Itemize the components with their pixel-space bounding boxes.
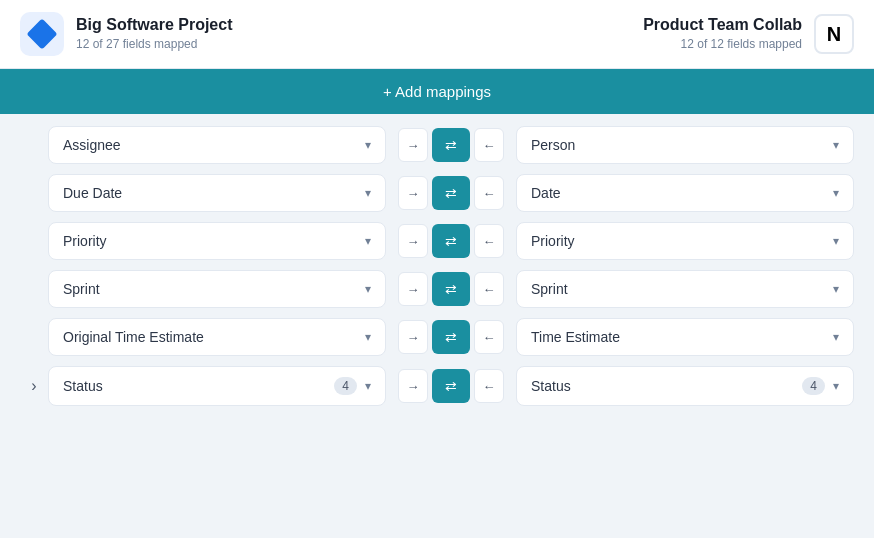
right-field-label: Status	[531, 378, 802, 394]
sync-both-button[interactable]: ⇄	[432, 128, 470, 162]
chevron-down-icon: ▾	[365, 234, 371, 248]
mapping-row: Due Date ▾ → ⇄ ← Date ▾	[20, 174, 854, 212]
mapping-row: Original Time Estimate ▾ → ⇄ ← Time Esti…	[20, 318, 854, 356]
left-field-select-time-estimate[interactable]: Original Time Estimate ▾	[48, 318, 386, 356]
left-field-select-assignee[interactable]: Assignee ▾	[48, 126, 386, 164]
arrow-right-button[interactable]: →	[398, 369, 428, 403]
left-field-label: Status	[63, 378, 334, 394]
sync-both-button[interactable]: ⇄	[432, 369, 470, 403]
sync-both-button[interactable]: ⇄	[432, 224, 470, 258]
left-fields-mapped: 12 of 27 fields mapped	[76, 37, 197, 51]
right-fields-mapped: 12 of 12 fields mapped	[681, 37, 802, 51]
mapping-row: Sprint ▾ → ⇄ ← Sprint ▾	[20, 270, 854, 308]
project-logo	[20, 12, 64, 56]
chevron-down-icon: ▾	[365, 330, 371, 344]
mapping-row: Assignee ▾ → ⇄ ← Person ▾	[20, 126, 854, 164]
right-field-label: Sprint	[531, 281, 833, 297]
arrow-right-button[interactable]: →	[398, 320, 428, 354]
arrow-left-button[interactable]: ←	[474, 128, 504, 162]
left-field-label: Sprint	[63, 281, 365, 297]
header: Big Software Project 12 of 27 fields map…	[0, 0, 874, 69]
left-field-select-priority[interactable]: Priority ▾	[48, 222, 386, 260]
chevron-down-icon: ▾	[833, 282, 839, 296]
arrow-left-button[interactable]: ←	[474, 176, 504, 210]
mappings-container: Assignee ▾ → ⇄ ← Person ▾ Due Date ▾ → ⇄…	[0, 114, 874, 428]
sync-controls: → ⇄ ←	[386, 320, 516, 354]
left-field-select-due-date[interactable]: Due Date ▾	[48, 174, 386, 212]
chevron-down-icon: ▾	[833, 186, 839, 200]
right-field-select-person[interactable]: Person ▾	[516, 126, 854, 164]
chevron-down-icon: ▾	[365, 282, 371, 296]
header-right: Product Team Collab 12 of 12 fields mapp…	[643, 14, 854, 54]
chevron-down-icon: ▾	[833, 234, 839, 248]
chevron-down-icon: ▾	[833, 138, 839, 152]
left-status-badge: 4	[334, 377, 357, 395]
right-field-label: Priority	[531, 233, 833, 249]
right-field-select-date[interactable]: Date ▾	[516, 174, 854, 212]
left-field-label: Assignee	[63, 137, 365, 153]
arrow-left-button[interactable]: ←	[474, 272, 504, 306]
arrow-right-button[interactable]: →	[398, 224, 428, 258]
arrow-left-button[interactable]: ←	[474, 320, 504, 354]
right-field-select-sprint[interactable]: Sprint ▾	[516, 270, 854, 308]
arrow-left-button[interactable]: ←	[474, 224, 504, 258]
sync-both-button[interactable]: ⇄	[432, 272, 470, 306]
sync-controls: → ⇄ ←	[386, 369, 516, 403]
add-mappings-button[interactable]: + Add mappings	[0, 69, 874, 114]
sync-both-button[interactable]: ⇄	[432, 320, 470, 354]
right-project-name: Product Team Collab	[643, 16, 802, 34]
chevron-down-icon: ▾	[365, 379, 371, 393]
chevron-down-icon: ▾	[833, 379, 839, 393]
right-status-badge: 4	[802, 377, 825, 395]
left-field-label: Priority	[63, 233, 365, 249]
sync-both-button[interactable]: ⇄	[432, 176, 470, 210]
left-field-label: Due Date	[63, 185, 365, 201]
right-field-label: Person	[531, 137, 833, 153]
sync-controls: → ⇄ ←	[386, 128, 516, 162]
chevron-down-icon: ▾	[365, 138, 371, 152]
left-field-label: Original Time Estimate	[63, 329, 365, 345]
arrow-right-button[interactable]: →	[398, 176, 428, 210]
chevron-down-icon: ▾	[365, 186, 371, 200]
right-field-select-status[interactable]: Status 4 ▾	[516, 366, 854, 406]
mapping-row: › Status 4 ▾ → ⇄ ← Status 4 ▾	[20, 366, 854, 406]
sync-controls: → ⇄ ←	[386, 272, 516, 306]
expand-row-button[interactable]: ›	[20, 372, 48, 400]
right-field-label: Time Estimate	[531, 329, 833, 345]
arrow-right-button[interactable]: →	[398, 272, 428, 306]
left-project-info: Big Software Project 12 of 27 fields map…	[76, 16, 232, 52]
diamond-icon	[26, 18, 57, 49]
mapping-row: Priority ▾ → ⇄ ← Priority ▾	[20, 222, 854, 260]
sync-controls: → ⇄ ←	[386, 224, 516, 258]
header-left: Big Software Project 12 of 27 fields map…	[20, 12, 232, 56]
arrow-right-button[interactable]: →	[398, 128, 428, 162]
notion-icon: N	[814, 14, 854, 54]
left-field-select-status[interactable]: Status 4 ▾	[48, 366, 386, 406]
chevron-down-icon: ▾	[833, 330, 839, 344]
arrow-left-button[interactable]: ←	[474, 369, 504, 403]
sync-controls: → ⇄ ←	[386, 176, 516, 210]
left-project-name: Big Software Project	[76, 16, 232, 34]
left-field-select-sprint[interactable]: Sprint ▾	[48, 270, 386, 308]
right-field-label: Date	[531, 185, 833, 201]
right-field-select-time-estimate[interactable]: Time Estimate ▾	[516, 318, 854, 356]
right-field-select-priority[interactable]: Priority ▾	[516, 222, 854, 260]
right-project-info: Product Team Collab 12 of 12 fields mapp…	[643, 16, 802, 52]
